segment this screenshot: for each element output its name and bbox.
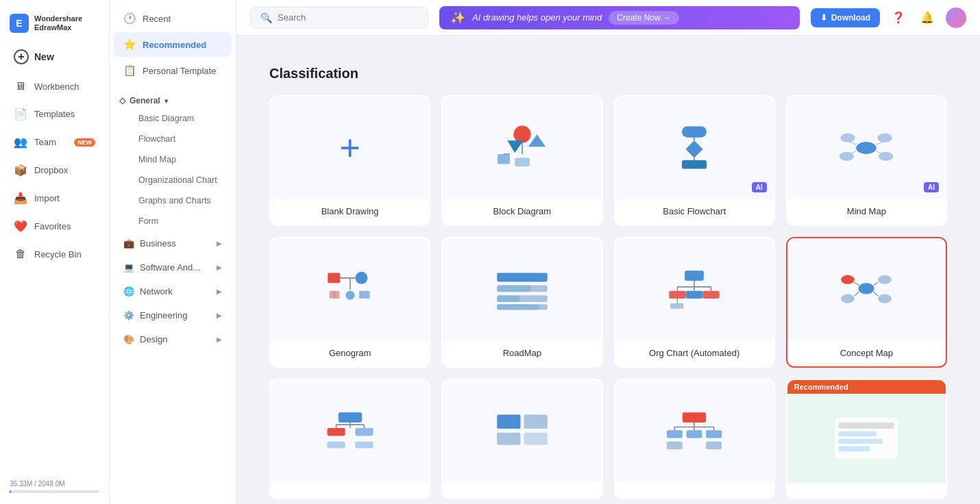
sub-mind-map[interactable]: Mind Map (114, 150, 232, 169)
search-input[interactable] (278, 12, 418, 23)
svg-line-55 (855, 292, 859, 296)
card-blank-drawing[interactable]: + Blank Drawing (269, 95, 430, 226)
search-box[interactable]: 🔍 (250, 7, 428, 29)
card-mind-map[interactable]: AI Mind Map (786, 95, 947, 226)
card-img-matrix (443, 380, 601, 483)
card-tree[interactable] (269, 379, 430, 499)
favorites-icon: ❤️ (14, 220, 27, 233)
card-grid: + Blank Drawing Block (269, 95, 947, 499)
svg-rect-58 (327, 428, 345, 436)
notifications-button[interactable]: 🔔 (917, 8, 938, 28)
mid-item-engineering[interactable]: ⚙️ Engineering ▶ (114, 304, 232, 327)
card-img-roadmap (443, 238, 601, 341)
card-label-recommended (787, 483, 946, 498)
sidebar: E Wondershare EdrawMax + New 🖥 Workbench… (0, 0, 110, 504)
mid-item-software[interactable]: 💻 Software And... ▶ (114, 256, 232, 279)
network-chevron: ▶ (217, 288, 222, 295)
card-label-block: Block Diagram (443, 199, 601, 225)
sub-graphs-charts[interactable]: Graphs and Charts (114, 191, 232, 210)
mid-panel: 🕐 Recent ⭐ Recommended 📋 Personal Templa… (110, 0, 236, 504)
new-button[interactable]: + New (4, 44, 105, 73)
blank-plus-icon: + (339, 130, 360, 166)
svg-rect-57 (338, 412, 361, 423)
ai-banner-cta[interactable]: Create Now → (609, 11, 679, 25)
mid-item-personal-template[interactable]: 📋 Personal Template (114, 58, 232, 83)
card-genogram[interactable]: Genogram (269, 237, 430, 368)
dropbox-icon: 📦 (14, 164, 27, 177)
svg-rect-67 (524, 414, 547, 429)
svg-rect-32 (497, 285, 530, 292)
svg-rect-44 (686, 291, 703, 299)
sidebar-item-workbench[interactable]: 🖥 Workbench (4, 73, 105, 99)
download-button[interactable]: ⬇ Download (811, 8, 880, 27)
svg-rect-68 (497, 433, 520, 445)
page-wrap: Classification + Blank Drawing (253, 49, 964, 504)
svg-rect-37 (685, 270, 704, 281)
import-icon: 📥 (14, 192, 27, 205)
recommended-preview (829, 406, 904, 468)
card-basic-flowchart[interactable]: AI Basic Flowchart (614, 95, 775, 226)
card-block-diagram[interactable]: Block Diagram (441, 95, 602, 226)
sidebar-item-templates[interactable]: 📄 Templates (4, 101, 105, 127)
sidebar-item-import[interactable]: 📥 Import (4, 185, 105, 212)
svg-marker-2 (507, 140, 523, 153)
general-section-icon: ◇ (119, 96, 125, 105)
card-img-conceptmap (787, 238, 946, 341)
sub-org-chart[interactable]: Organizational Chart (114, 171, 232, 190)
network-icon: 🌐 (123, 286, 134, 297)
mid-item-network[interactable]: 🌐 Network ▶ (114, 280, 232, 303)
sidebar-item-team[interactable]: 👥 Team NEW (4, 129, 105, 155)
svg-point-12 (857, 142, 877, 154)
mid-item-recommended[interactable]: ⭐ Recommended (114, 32, 232, 57)
card-label-breakdown (615, 483, 774, 498)
svg-marker-1 (528, 134, 546, 147)
sidebar-item-dropbox[interactable]: 📦 Dropbox (4, 157, 105, 184)
svg-rect-86 (839, 439, 883, 444)
sub-form[interactable]: Form (114, 212, 232, 231)
mid-item-design[interactable]: 🎨 Design ▶ (114, 328, 232, 351)
topbar-actions: ⬇ Download ❓ 🔔 (811, 8, 966, 28)
ai-badge-flowchart: AI (752, 182, 767, 192)
engineering-icon: ⚙️ (123, 310, 134, 320)
general-section[interactable]: ◇ General ▾ (110, 89, 236, 108)
svg-line-17 (848, 141, 856, 144)
card-label-orgchart: Org Chart (Automated) (615, 341, 774, 366)
svg-rect-27 (360, 291, 370, 299)
svg-point-13 (841, 134, 855, 142)
svg-rect-36 (497, 304, 539, 310)
ai-banner[interactable]: ✨ AI drawing helps open your mind Create… (439, 6, 800, 29)
svg-rect-9 (682, 160, 707, 169)
plus-icon: + (14, 49, 29, 64)
svg-rect-59 (355, 428, 373, 436)
svg-point-51 (842, 294, 855, 303)
card-concept-map[interactable]: Concept Map (786, 237, 947, 368)
svg-point-49 (842, 275, 855, 284)
svg-rect-84 (839, 423, 894, 429)
svg-rect-66 (497, 414, 520, 429)
sub-basic-diagram[interactable]: Basic Diagram (114, 109, 232, 128)
download-icon: ⬇ (820, 13, 827, 23)
svg-rect-47 (670, 303, 684, 309)
mid-item-business[interactable]: 💼 Business ▶ (114, 232, 232, 255)
svg-point-48 (859, 283, 874, 294)
svg-line-53 (855, 282, 859, 285)
user-avatar[interactable] (946, 8, 966, 28)
svg-rect-72 (683, 412, 706, 423)
card-label-matrix (443, 483, 601, 498)
sidebar-item-recycle[interactable]: 🗑 Recycle Bin (4, 241, 105, 267)
sidebar-item-favorites[interactable]: ❤️ Favorites (4, 213, 105, 240)
mid-item-recent[interactable]: 🕐 Recent (114, 6, 232, 31)
svg-rect-45 (702, 291, 720, 299)
sub-flowchart[interactable]: Flowchart (114, 129, 232, 149)
card-roadmap[interactable]: RoadMap (441, 237, 602, 368)
engineering-chevron: ▶ (217, 312, 222, 319)
ai-badge-mindmap: AI (924, 182, 939, 192)
card-breakdown[interactable] (614, 379, 775, 499)
card-label-flowchart: Basic Flowchart (615, 199, 774, 225)
card-matrix[interactable] (441, 379, 602, 499)
card-recommended[interactable]: Recommended (786, 379, 947, 499)
business-chevron: ▶ (217, 240, 222, 247)
help-button[interactable]: ❓ (888, 8, 909, 28)
card-orgchart-auto[interactable]: Org Chart (Automated) (614, 237, 775, 368)
svg-point-14 (878, 134, 892, 142)
